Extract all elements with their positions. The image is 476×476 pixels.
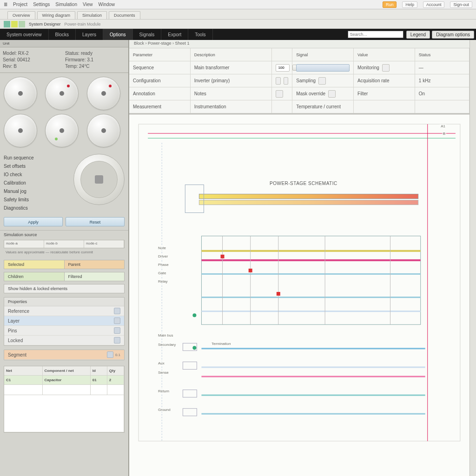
summary-line: Rev: B — [3, 63, 63, 70]
chart-icon[interactable] — [318, 77, 326, 85]
brand-square-icon — [11, 21, 18, 27]
pg-col: Value — [354, 48, 415, 61]
svg-point-21 — [192, 313, 196, 317]
nav-system[interactable]: System overview — [0, 29, 49, 40]
pg-status: — — [419, 65, 423, 70]
apply-button[interactable]: Apply — [4, 217, 63, 226]
anno: Sense — [157, 370, 170, 375]
svg-rect-26 — [201, 395, 425, 396]
logo-glyph: ≣ — [4, 2, 7, 7]
quick-action[interactable]: Diagnostics — [4, 204, 72, 212]
prop-row[interactable]: Pins — [4, 326, 124, 336]
unit-summary: Model: RX-2 Serial: 00412 Rev: B Status:… — [0, 47, 128, 73]
anno: Return — [157, 389, 170, 393]
vertical-scrollbar[interactable] — [469, 40, 476, 476]
nav-tools[interactable]: Tools — [188, 29, 212, 40]
search-input[interactable] — [348, 31, 403, 38]
pg-label: Sequence — [133, 65, 154, 70]
filter-icon[interactable] — [328, 90, 336, 98]
brand-square-icon — [4, 21, 10, 27]
svg-rect-0 — [139, 124, 460, 441]
help-button[interactable]: Help — [402, 1, 417, 8]
gauge[interactable] — [87, 77, 120, 110]
table-cell[interactable]: 2 — [107, 376, 124, 384]
tab-overview[interactable]: Overview — [7, 11, 35, 19]
schematic-viewport[interactable]: POWER-STAGE SCHEMATIC A1 B Note Driver P… — [129, 114, 469, 476]
table-cell[interactable]: C1 — [4, 376, 43, 384]
anno: A1 — [440, 124, 446, 128]
chip-icon — [114, 327, 120, 334]
legend-button[interactable]: Legend — [406, 31, 430, 39]
nav-blocks[interactable]: Blocks — [49, 29, 76, 40]
anno: Secondary — [157, 343, 177, 347]
anno: Relay — [157, 279, 168, 284]
summary-line: Model: RX-2 — [3, 50, 63, 57]
tag-parent[interactable]: Parent — [64, 260, 125, 269]
chip-icon — [114, 317, 120, 324]
note-icon[interactable] — [276, 90, 283, 98]
quick-action[interactable]: Set offsets — [4, 162, 72, 171]
diagram-options-button[interactable]: Diagram options — [432, 31, 474, 39]
quick-action[interactable]: Manual jog — [4, 187, 72, 196]
svg-rect-27 — [201, 413, 425, 415]
pg-input[interactable] — [276, 64, 290, 72]
menu-item[interactable]: Simulation — [55, 2, 77, 7]
sim-cell[interactable]: node-c — [84, 240, 124, 248]
svg-rect-23 — [201, 348, 425, 349]
segment-row[interactable]: Segment 0.1 — [4, 350, 124, 360]
pg-col: Description — [191, 48, 272, 61]
gauge[interactable] — [45, 77, 79, 110]
svg-rect-18 — [221, 255, 225, 258]
segment-panel: Segment 0.1 — [4, 350, 125, 360]
col-id: Id — [91, 366, 107, 375]
nav-export[interactable]: Export — [161, 29, 188, 40]
menu-file[interactable]: Project — [13, 2, 27, 7]
breadcrumb: Block › Power-stage › Sheet 1 — [129, 40, 469, 48]
schematic-svg — [129, 115, 469, 450]
tag-filtered[interactable]: Filtered — [64, 272, 125, 281]
account-button[interactable]: Account — [423, 1, 445, 8]
sim-cell[interactable]: node-a — [4, 240, 44, 248]
svg-rect-5 — [199, 200, 418, 205]
tab-documents[interactable]: Documents — [109, 11, 140, 19]
nav-signals[interactable]: Signals — [133, 29, 162, 40]
quick-action[interactable]: Run sequence — [4, 154, 72, 162]
quick-action[interactable]: Calibration — [4, 179, 72, 187]
menu-item[interactable]: Window — [98, 2, 115, 7]
tag-children[interactable]: Children — [4, 272, 64, 281]
gauge[interactable] — [87, 114, 120, 147]
table-cell[interactable]: 01 — [91, 376, 107, 384]
quick-action[interactable]: Safety limits — [4, 196, 72, 204]
reset-button[interactable]: Reset — [66, 217, 125, 226]
tag-show-hidden[interactable]: Show hidden & locked elements — [4, 284, 124, 293]
signal-pill[interactable] — [296, 64, 350, 72]
svg-rect-24 — [201, 366, 425, 368]
toggle-icon[interactable] — [276, 77, 280, 85]
main-gauge[interactable] — [73, 154, 125, 205]
gauge[interactable] — [45, 114, 79, 147]
menu-item[interactable]: Settings — [33, 2, 50, 7]
sim-cell[interactable]: node-b — [44, 240, 84, 248]
gauge[interactable] — [4, 114, 37, 147]
prop-row[interactable]: Reference — [4, 306, 124, 316]
prop-row[interactable]: Layer — [4, 316, 124, 326]
sim-note: Values are approximate — recalculate bef… — [0, 249, 128, 257]
quick-action[interactable]: IO check — [4, 171, 72, 179]
nav-layers[interactable]: Layers — [76, 29, 103, 40]
nav-options[interactable]: Options — [103, 29, 132, 40]
link-icon[interactable] — [284, 77, 288, 85]
chip-icon — [114, 308, 120, 314]
run-button[interactable]: Run — [383, 1, 397, 8]
col-component: Component / net — [43, 366, 91, 375]
tab-simulation[interactable]: Simulation — [77, 11, 107, 19]
signout-button[interactable]: Sign-out — [450, 1, 472, 8]
gear-icon[interactable] — [382, 64, 390, 72]
tab-wiring[interactable]: Wiring diagram — [37, 11, 76, 19]
pg-label: Annotation — [133, 91, 155, 96]
menu-item[interactable]: View — [83, 2, 93, 7]
gauge[interactable] — [4, 77, 37, 110]
chip-icon — [114, 337, 120, 344]
prop-row[interactable]: Locked — [4, 336, 124, 345]
table-cell[interactable]: Capacitor — [43, 376, 91, 384]
tag-selected[interactable]: Selected — [4, 260, 64, 269]
